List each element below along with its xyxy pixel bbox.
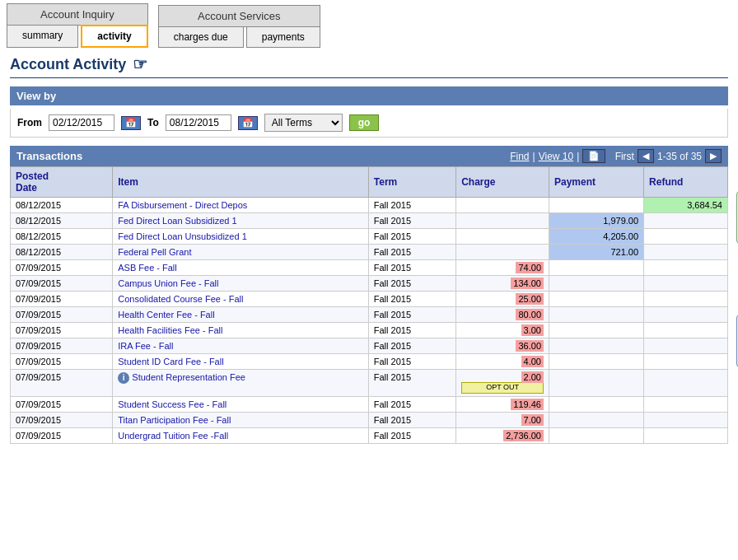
table-row xyxy=(644,396,728,412)
table-row: 07/09/2015 xyxy=(11,276,113,292)
filter-row: From 📅 To 📅 All Terms Fall 2015 Spring 2… xyxy=(10,109,728,138)
from-date-input[interactable] xyxy=(49,114,114,131)
table-row: 36.00 xyxy=(456,338,549,354)
table-row: Fall 2015 xyxy=(368,213,455,229)
table-container: Transactions Find | View 10 | 📄 First ◀ … xyxy=(10,146,728,444)
table-row: 07/09/2015 xyxy=(11,338,113,354)
table-row: 08/12/2015 xyxy=(11,213,113,229)
from-calendar-button[interactable]: 📅 xyxy=(121,116,141,130)
table-row: 07/09/2015 xyxy=(11,307,113,323)
table-row: Federal Pell Grant xyxy=(113,245,369,260)
table-row: Fall 2015 xyxy=(368,323,455,338)
table-row xyxy=(644,370,728,397)
to-date-input[interactable] xyxy=(166,114,231,131)
table-row: FA Disbursement - Direct Depos xyxy=(113,198,369,213)
view-link[interactable]: View 10 xyxy=(539,151,573,162)
table-row: 2.00OPT OUT xyxy=(456,370,549,397)
table-row xyxy=(456,229,549,245)
table-row: 3.00 xyxy=(456,323,549,338)
table-row xyxy=(644,338,728,354)
table-row: 07/09/2015 xyxy=(11,354,113,370)
table-row: 721.00 xyxy=(549,245,644,260)
table-row xyxy=(644,213,728,229)
col-refund: Refund xyxy=(644,167,728,198)
table-row xyxy=(549,427,644,443)
prev-arrow[interactable]: ◀ xyxy=(638,149,654,163)
table-row xyxy=(456,198,549,213)
table-row xyxy=(549,370,644,397)
table-row xyxy=(644,307,728,323)
tab-summary[interactable]: summary xyxy=(7,26,78,48)
table-row: 07/09/2015 xyxy=(11,370,113,397)
table-row xyxy=(644,276,728,292)
col-payment: Payment xyxy=(549,167,644,198)
info-icon[interactable]: i xyxy=(118,372,129,384)
find-link[interactable]: Find xyxy=(510,151,529,162)
go-button[interactable]: go xyxy=(349,114,380,131)
main-content: Account Activity ☞ View by From 📅 To 📅 A… xyxy=(0,48,738,450)
table-row: Fall 2015 xyxy=(368,338,455,354)
table-wrapper: PostedDate Item Term Charge Payment Refu… xyxy=(10,166,728,444)
page-title-text: Account Activity xyxy=(10,56,126,73)
table-row: Undergrad Tuition Fee -Fall xyxy=(113,427,369,443)
table-row: Fall 2015 xyxy=(368,229,455,245)
table-row xyxy=(644,412,728,427)
pagination-info: 1-35 of 35 xyxy=(657,151,702,162)
table-row: 07/09/2015 xyxy=(11,323,113,338)
toolbar-sep-1: | xyxy=(533,151,535,162)
table-row: 7.00 xyxy=(456,412,549,427)
table-row xyxy=(456,245,549,260)
first-label: First xyxy=(615,151,634,162)
table-row: 07/09/2015 xyxy=(11,396,113,412)
table-row: IRA Fee - Fall xyxy=(113,338,369,354)
table-row: 25.00 xyxy=(456,292,549,307)
tab-payments[interactable]: payments xyxy=(246,27,320,48)
table-title: Transactions xyxy=(16,150,82,162)
table-row xyxy=(549,276,644,292)
table-row xyxy=(644,245,728,260)
col-item: Item xyxy=(113,167,369,198)
table-row xyxy=(644,260,728,276)
account-services-header: Account Services xyxy=(158,5,320,26)
table-row xyxy=(644,292,728,307)
table-row: Fall 2015 xyxy=(368,396,455,412)
tab-charges[interactable]: charges due xyxy=(158,27,244,48)
transactions-table: PostedDate Item Term Charge Payment Refu… xyxy=(10,166,728,444)
table-row xyxy=(549,338,644,354)
table-row xyxy=(644,323,728,338)
table-row: Fall 2015 xyxy=(368,412,455,427)
table-toolbar-right: Find | View 10 | 📄 First ◀ 1-35 of 35 ▶ xyxy=(510,149,722,163)
table-row: 08/12/2015 xyxy=(11,198,113,213)
page-title-area: Account Activity ☞ xyxy=(10,54,728,78)
to-calendar-button[interactable]: 📅 xyxy=(238,116,258,130)
table-row: 4,205.00 xyxy=(549,229,644,245)
table-row: ASB Fee - Fall xyxy=(113,260,369,276)
table-row xyxy=(644,354,728,370)
table-row: 119.46 xyxy=(456,396,549,412)
export-button[interactable]: 📄 xyxy=(582,149,605,163)
table-row: 3,684.54 xyxy=(644,198,728,213)
table-row: Fall 2015 xyxy=(368,307,455,323)
toolbar-sep-3 xyxy=(609,151,611,162)
table-row: 07/09/2015 xyxy=(11,427,113,443)
table-row: 80.00 xyxy=(456,307,549,323)
term-select[interactable]: All Terms Fall 2015 Spring 2015 xyxy=(264,114,343,132)
opt-out-button[interactable]: OPT OUT xyxy=(461,382,544,394)
table-row xyxy=(549,198,644,213)
table-row: 74.00 xyxy=(456,260,549,276)
table-row: Health Center Fee - Fall xyxy=(113,307,369,323)
page: Account Inquiry summary activity Account… xyxy=(0,0,738,450)
next-arrow[interactable]: ▶ xyxy=(705,149,722,163)
table-row xyxy=(549,307,644,323)
table-row: 4.00 xyxy=(456,354,549,370)
tab-activity[interactable]: activity xyxy=(81,25,147,48)
col-charge: Charge xyxy=(456,167,549,198)
from-label: From xyxy=(17,117,42,128)
table-row: Student ID Card Fee - Fall xyxy=(113,354,369,370)
account-inquiry-nav: Account Inquiry summary activity xyxy=(7,3,148,48)
table-row: Student Success Fee - Fall xyxy=(113,396,369,412)
table-row: 07/09/2015 xyxy=(11,412,113,427)
table-row xyxy=(549,260,644,276)
toolbar-sep-2: | xyxy=(577,151,579,162)
table-row: Fall 2015 xyxy=(368,276,455,292)
